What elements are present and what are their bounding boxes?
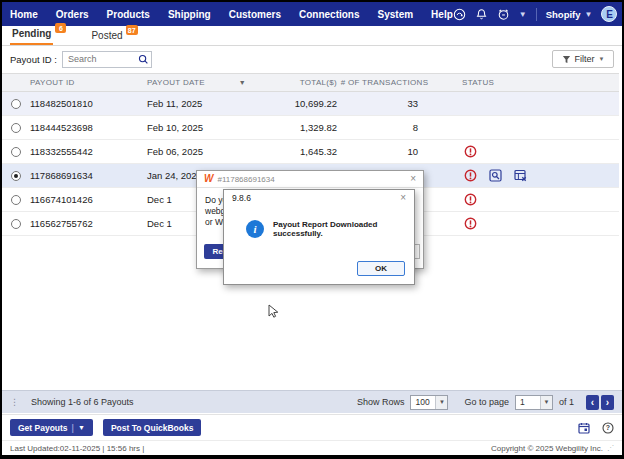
- support-icon[interactable]: [453, 8, 466, 21]
- avatar: E: [601, 6, 617, 22]
- status-cell: [432, 145, 617, 158]
- ok-button[interactable]: OK: [357, 261, 405, 276]
- filter-button[interactable]: Filter ▼: [552, 50, 614, 68]
- col-header-payout-date[interactable]: PAYOUT DATE ▼: [147, 78, 267, 87]
- payout-id-label: Payout ID :: [10, 54, 57, 65]
- row-radio[interactable]: [11, 123, 21, 133]
- status-bar: Last Updated:02-11-2025 | 15:56 hrs | Co…: [2, 440, 622, 455]
- error-status-icon[interactable]: [464, 145, 477, 158]
- goto-page-caret-icon: ▼: [540, 396, 552, 409]
- tab-pending[interactable]: Pending 6: [10, 25, 53, 45]
- col-header-payout-date-label: PAYOUT DATE: [147, 78, 205, 87]
- payout-id-cell: 118482501810: [30, 98, 147, 109]
- app-window: HomeOrdersProductsShippingCustomersConne…: [2, 2, 622, 455]
- status-cell: [432, 217, 617, 230]
- post-to-quickbooks-button[interactable]: Post To QuickBooks: [103, 419, 202, 436]
- top-navbar: HomeOrdersProductsShippingCustomersConne…: [2, 2, 622, 26]
- success-message: Payout Report Downloaded successfully.: [273, 220, 406, 238]
- payout-id-cell: 116562755762: [30, 218, 147, 229]
- goto-page-select[interactable]: 1 ▼: [515, 395, 553, 410]
- tab-pending-label: Pending: [12, 28, 51, 39]
- col-header-status[interactable]: STATUS: [432, 78, 617, 87]
- transactions-cell: 8: [337, 122, 432, 133]
- get-payouts-label: Get Payouts: [18, 423, 68, 433]
- payout-date-cell: Feb 06, 2025: [147, 146, 267, 157]
- nav-item-help[interactable]: Help: [431, 9, 453, 20]
- col-header-total[interactable]: TOTAL($): [267, 78, 337, 87]
- row-radio[interactable]: [11, 219, 21, 229]
- error-status-icon[interactable]: [464, 217, 477, 230]
- table-row[interactable]: 118332555442Feb 06, 20251,645.3210: [2, 140, 619, 164]
- transactions-cell: 10: [337, 146, 432, 157]
- payout-search-input[interactable]: [68, 54, 138, 64]
- row-radio[interactable]: [11, 99, 21, 109]
- nav-divider: [536, 8, 537, 21]
- sort-caret-icon[interactable]: ▼: [239, 79, 246, 86]
- next-page-button[interactable]: ›: [601, 395, 614, 410]
- nav-item-orders[interactable]: Orders: [56, 9, 89, 20]
- payout-dialog-close-icon[interactable]: ×: [410, 174, 416, 184]
- nav-item-shipping[interactable]: Shipping: [168, 9, 211, 20]
- show-rows-caret-icon: ▼: [435, 396, 447, 409]
- transactions-cell: 33: [337, 98, 432, 109]
- payout-dialog-titlebar[interactable]: W #117868691634 ×: [197, 171, 423, 188]
- user-caret-icon: ▼: [620, 10, 622, 19]
- error-status-icon[interactable]: [464, 169, 477, 182]
- action-bar: Get Payouts | ▼ Post To QuickBooks ?: [2, 414, 622, 440]
- show-rows-select[interactable]: 100 ▼: [410, 395, 448, 410]
- tab-posted[interactable]: Posted 87: [89, 27, 124, 45]
- filter-funnel-icon: [562, 55, 571, 64]
- show-rows-value: 100: [411, 397, 435, 407]
- mouse-cursor: [268, 304, 279, 323]
- col-header-transactions[interactable]: # OF TRANSACTIONS: [337, 78, 432, 87]
- tab-posted-label: Posted: [91, 30, 122, 41]
- view-report-icon[interactable]: [489, 169, 502, 182]
- total-cell: 1,645.32: [267, 146, 337, 157]
- row-radio[interactable]: [11, 171, 21, 181]
- success-dialog-titlebar[interactable]: 9.8.6 ×: [224, 190, 414, 206]
- pagination-bar: ⋮ Showing 1-6 of 6 Payouts Show Rows 100…: [2, 390, 622, 413]
- help-icon[interactable]: ?: [602, 422, 614, 434]
- filter-label: Filter: [575, 54, 595, 64]
- table-row[interactable]: 118444523698Feb 10, 20251,329.828: [2, 116, 619, 140]
- resize-grip-icon[interactable]: ⋰: [607, 444, 614, 452]
- notifications-bell-icon[interactable]: [475, 8, 488, 21]
- store-selector-label: Shopify: [546, 9, 581, 20]
- nav-item-products[interactable]: Products: [107, 9, 150, 20]
- payout-date-cell: Feb 10, 2025: [147, 122, 267, 133]
- goto-page-value: 1: [516, 397, 540, 407]
- nav-item-system[interactable]: System: [378, 9, 414, 20]
- user-menu[interactable]: E ▼: [601, 6, 622, 22]
- status-cell: [432, 169, 617, 182]
- get-payouts-button[interactable]: Get Payouts | ▼: [10, 419, 93, 436]
- row-radio[interactable]: [11, 147, 21, 157]
- status-cell: [432, 193, 617, 206]
- search-icon[interactable]: [138, 54, 149, 65]
- calendar-icon[interactable]: [578, 422, 590, 434]
- webgility-logo-icon: W: [204, 174, 213, 184]
- nav-item-home[interactable]: Home: [10, 9, 38, 20]
- nav-item-customers[interactable]: Customers: [229, 9, 281, 20]
- success-dialog-close-icon[interactable]: ×: [400, 193, 406, 203]
- show-rows-label: Show Rows: [357, 397, 405, 407]
- export-report-icon[interactable]: [514, 169, 527, 182]
- prev-page-button[interactable]: ‹: [586, 395, 599, 410]
- row-radio[interactable]: [11, 195, 21, 205]
- last-updated-text: Last Updated:02-11-2025 | 15:56 hrs |: [10, 444, 144, 453]
- col-header-payout-id[interactable]: PAYOUT ID: [30, 78, 147, 87]
- page-of-label: of 1: [559, 397, 574, 407]
- scheduler-clock-icon[interactable]: [497, 8, 510, 21]
- error-status-icon[interactable]: [464, 193, 477, 206]
- table-row[interactable]: 118482501810Feb 11, 202510,699.2233: [2, 92, 619, 116]
- table-header: PAYOUT ID PAYOUT DATE ▼ TOTAL($) # OF TR…: [2, 73, 619, 92]
- scheduler-caret-icon[interactable]: ▼: [519, 10, 527, 19]
- tab-bar: Pending 6 Posted 87: [2, 26, 622, 46]
- goto-page-label: Go to page: [464, 397, 509, 407]
- drag-handle-icon[interactable]: ⋮: [10, 400, 19, 404]
- store-selector[interactable]: Shopify ▼: [546, 9, 593, 20]
- total-cell: 10,699.22: [267, 98, 337, 109]
- success-dialog-title: 9.8.6: [232, 193, 251, 203]
- payout-id-cell: 118332555442: [30, 146, 147, 157]
- nav-item-connections[interactable]: Connections: [299, 9, 360, 20]
- store-caret-icon: ▼: [585, 10, 593, 19]
